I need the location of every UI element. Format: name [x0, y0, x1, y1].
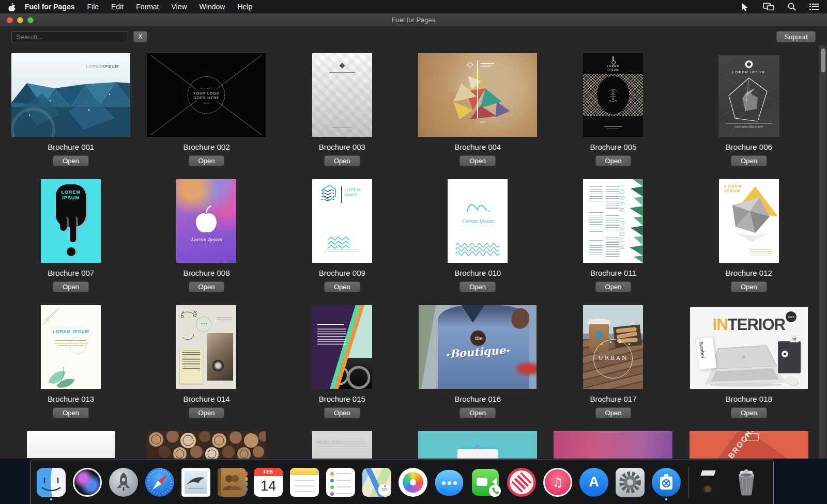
brochure-thumbnail[interactable]: 2014	[410, 53, 545, 137]
dock-mail-icon[interactable]	[181, 463, 210, 501]
zoom-button[interactable]	[27, 17, 34, 23]
brochure-cell: LOREMIPSUM Brochure 001Open	[3, 53, 139, 179]
brochure-thumbnail[interactable]	[274, 53, 410, 137]
minimize-button[interactable]	[17, 17, 23, 23]
search-icon[interactable]	[788, 3, 796, 11]
brochure-thumbnail[interactable]: LOREM IPSUM	[3, 305, 139, 389]
open-button[interactable]: Open	[324, 281, 360, 292]
menu-item-window[interactable]: Window	[200, 3, 225, 11]
brochure-cell: BROCHURE	[681, 431, 817, 459]
brochure-thumbnail[interactable]	[139, 431, 274, 459]
open-button[interactable]: Open	[53, 281, 89, 292]
brochure-cell: INTERIOR 2015 Symbol 18 Brochure 018Open	[681, 305, 817, 431]
dock-trash-icon[interactable]	[732, 463, 761, 501]
open-button[interactable]: Open	[460, 281, 496, 292]
brochure-thumbnail[interactable]: INTERIOR 2015 Symbol 18	[681, 305, 817, 389]
brochure-thumbnail[interactable]	[3, 431, 139, 459]
brochure-cell: LOREM IPSDUM Brochure 011Open	[545, 179, 681, 305]
brochure-title: Brochure 013	[48, 395, 94, 404]
pointer-icon[interactable]	[741, 3, 749, 11]
dock-photos-icon[interactable]	[399, 463, 427, 501]
thumb-text: 2015	[786, 311, 797, 322]
brochure-thumbnail[interactable]: Corum Ipsum	[410, 179, 545, 263]
brochure-cell: Lorem IpsumBrochure 008Open	[139, 179, 274, 305]
open-button[interactable]: Open	[731, 407, 767, 418]
menu-item-edit[interactable]: Edit	[111, 3, 124, 11]
brochure-thumbnail[interactable]	[545, 431, 681, 459]
open-button[interactable]: Open	[731, 155, 767, 166]
scrollbar-thumb[interactable]	[821, 49, 825, 72]
brochure-title: Brochure 009	[319, 269, 365, 278]
open-button[interactable]: Open	[53, 155, 89, 166]
open-button[interactable]: Open	[324, 407, 360, 418]
dock-fuel-icon[interactable]	[652, 463, 681, 501]
brochure-thumbnail[interactable]: LOREMipsum	[274, 179, 410, 263]
dock-docstack-icon[interactable]	[696, 463, 725, 501]
dock-finder-icon[interactable]	[37, 463, 66, 501]
brochure-thumbnail[interactable]	[410, 431, 545, 459]
brochure-thumbnail[interactable]: LOREMIPSUM	[3, 179, 139, 263]
open-button[interactable]: Open	[595, 155, 632, 166]
dock-safari-icon[interactable]	[145, 463, 174, 501]
open-button[interactable]: Open	[189, 407, 225, 418]
brochure-thumbnail[interactable]: LOREMIPSUM	[3, 53, 139, 137]
menu-item-view[interactable]: View	[172, 3, 187, 11]
apple-menu-icon[interactable]	[8, 3, 16, 11]
brochure-thumbnail[interactable]: URBAN	[545, 305, 681, 389]
open-button[interactable]: Open	[595, 281, 632, 292]
thumb-text: LOREMIPSUM	[725, 184, 743, 193]
dock-appstore-icon[interactable]: A	[579, 463, 608, 501]
brochure-thumbnail[interactable]: LOREM IPSUM Lorem ipsum dolor sit amet	[681, 53, 817, 137]
open-button[interactable]: Open	[189, 281, 225, 292]
brochure-thumbnail[interactable]: LOREMIPSUM	[681, 179, 817, 263]
dock-notes-icon[interactable]	[290, 463, 319, 501]
dock-launchpad-icon[interactable]	[109, 463, 138, 501]
open-button[interactable]: Open	[460, 407, 496, 418]
brochure-thumbnail[interactable]: LOREMIPSUM	[545, 53, 681, 137]
menu-item-format[interactable]: Format	[136, 3, 159, 11]
dock-messages-icon[interactable]	[435, 463, 464, 501]
brochure-thumbnail[interactable]	[139, 305, 274, 389]
open-button[interactable]: Open	[731, 281, 767, 292]
brochure-thumbnail[interactable]: PROJECTYOUR LOGOGOES HERE2014	[139, 53, 274, 137]
menu-item-help[interactable]: Help	[237, 3, 252, 11]
search-input[interactable]	[11, 31, 128, 42]
dock-siri-icon[interactable]	[73, 463, 102, 501]
close-button[interactable]	[7, 17, 13, 23]
open-button[interactable]: Open	[189, 155, 225, 166]
dock-music-icon[interactable]: ♫	[543, 463, 572, 501]
brochure-thumbnail[interactable]: Lorem Ipsum	[139, 179, 274, 263]
thumb-photo	[207, 333, 233, 381]
appstore-a-glyph: A	[589, 474, 599, 490]
brochure-thumbnail[interactable]: NEW ITEMS	[274, 431, 410, 459]
dock-sysprefs-icon[interactable]	[616, 463, 645, 501]
dock-reminders-icon[interactable]	[326, 463, 355, 501]
list-icon[interactable]	[809, 3, 819, 10]
thumb-text: PROJECTYOUR LOGOGOES HERE2014	[147, 86, 266, 105]
calendar-day: 14	[254, 476, 283, 496]
thumb-text: Lorem ipsum dolor sit amet	[718, 125, 779, 128]
open-button[interactable]: Open	[324, 155, 360, 166]
dock-calendar-icon[interactable]: FEB 14	[254, 463, 283, 501]
open-button[interactable]: Open	[460, 155, 496, 166]
open-button[interactable]: Open	[595, 407, 632, 418]
brochure-cell: PROJECTYOUR LOGOGOES HERE2014Brochure 00…	[139, 53, 274, 179]
calendar-month: FEB	[254, 468, 283, 476]
clear-search-button[interactable]: X	[133, 31, 147, 42]
scrollbar-track[interactable]	[819, 45, 826, 459]
menu-item-file[interactable]: File	[87, 3, 99, 11]
displays-icon[interactable]	[763, 3, 774, 11]
support-button[interactable]: Support	[776, 31, 816, 42]
open-button[interactable]: Open	[53, 407, 89, 418]
title-bar[interactable]: Fuel for Pages	[0, 13, 827, 27]
menu-app-name[interactable]: Fuel for Pages	[25, 3, 74, 11]
brochure-thumbnail[interactable]	[274, 305, 410, 389]
dock-maps-icon[interactable]: 3D	[362, 463, 391, 501]
music-note-glyph: ♫	[553, 476, 563, 489]
dock-news-icon[interactable]	[507, 463, 536, 501]
brochure-thumbnail[interactable]: LOREM IPSDUM	[545, 179, 681, 263]
brochure-thumbnail[interactable]: the ★Boutique★	[410, 305, 545, 389]
dock-contacts-icon[interactable]	[218, 463, 247, 501]
dock-facetime-icon[interactable]	[471, 463, 500, 501]
brochure-thumbnail[interactable]: BROCHURE	[681, 431, 817, 459]
